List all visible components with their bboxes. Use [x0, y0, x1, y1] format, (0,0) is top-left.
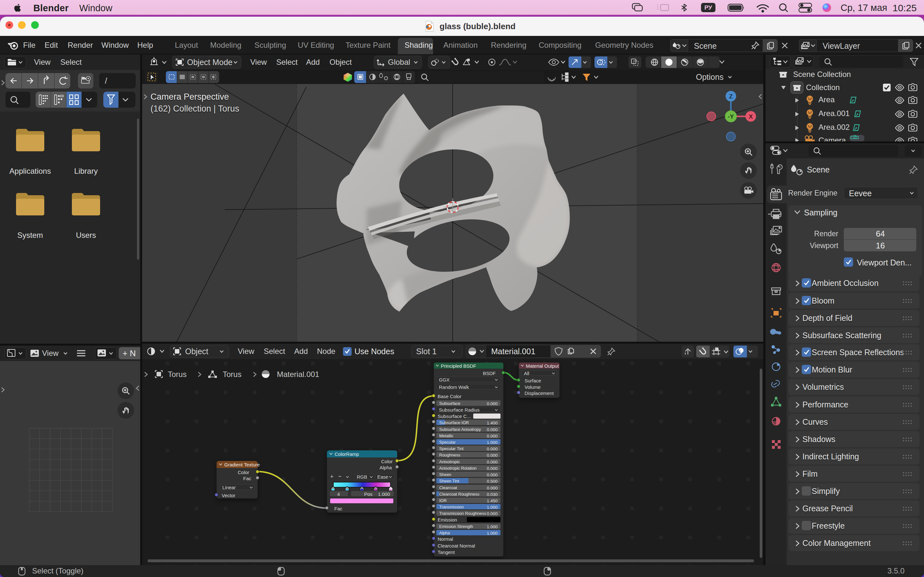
svg-text:РУ: РУ — [704, 4, 712, 11]
svg-text:-Y: -Y — [728, 113, 734, 120]
svg-text:X: X — [749, 113, 753, 120]
svg-text:Z: Z — [729, 93, 733, 100]
